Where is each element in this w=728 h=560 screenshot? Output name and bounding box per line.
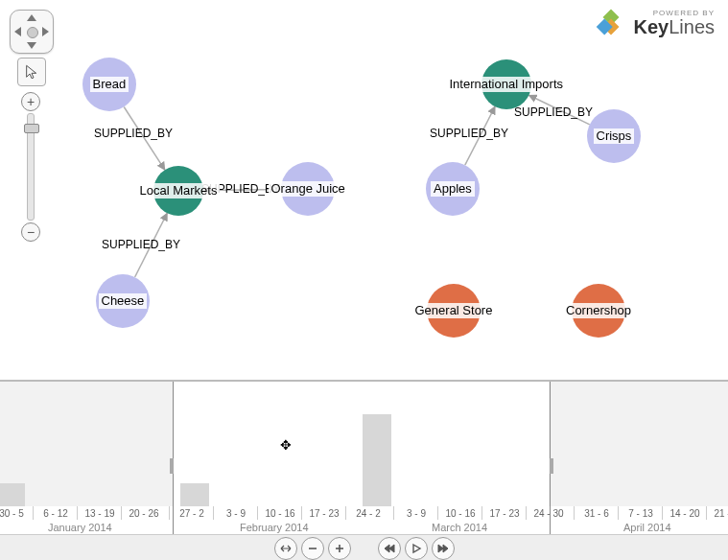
edge-label: SUPPLIED_BY bbox=[201, 182, 280, 196]
node-corner[interactable] bbox=[572, 284, 625, 338]
timeline-chart[interactable]: ✥ bbox=[0, 382, 728, 506]
pan-up-icon[interactable] bbox=[27, 14, 36, 21]
timeline-month-label: March 2014 bbox=[432, 522, 487, 533]
edge bbox=[528, 95, 589, 125]
node-cheese[interactable] bbox=[96, 274, 150, 328]
timeline-rewind-button[interactable] bbox=[378, 537, 401, 560]
edge bbox=[203, 189, 281, 190]
pan-center-icon[interactable] bbox=[27, 27, 38, 38]
keylines-mark-icon bbox=[595, 6, 627, 38]
timeline-forward-button[interactable] bbox=[432, 537, 455, 560]
keylines-name: KeyLines bbox=[633, 17, 715, 36]
timeline-tick: 30 - 5 bbox=[0, 506, 34, 520]
timeline-axis: 30 - 56 - 1213 - 1920 - 2627 - 23 - 910 … bbox=[0, 506, 728, 535]
keylines-logo: POWERED BY KeyLines bbox=[595, 6, 715, 38]
zoom-control: + − bbox=[21, 92, 40, 242]
pointer-tool-button[interactable] bbox=[17, 58, 46, 86]
node-bread[interactable] bbox=[82, 58, 136, 111]
pan-left-icon[interactable] bbox=[14, 27, 21, 36]
timeline-tick: 3 - 9 bbox=[393, 506, 438, 520]
edge bbox=[135, 213, 168, 277]
node-orange[interactable] bbox=[281, 162, 335, 216]
pan-right-icon[interactable] bbox=[42, 27, 49, 36]
timeline-zoom-in-button[interactable] bbox=[328, 537, 351, 560]
zoom-slider[interactable] bbox=[27, 113, 35, 221]
timeline-play-button[interactable] bbox=[405, 537, 428, 560]
pan-down-icon[interactable] bbox=[27, 42, 36, 49]
pan-control[interactable] bbox=[10, 10, 54, 54]
timeline-tick: 21 - 27 bbox=[706, 506, 728, 520]
edge-label: SUPPLIED_BY bbox=[514, 105, 593, 119]
timeline-tick: 20 - 26 bbox=[121, 506, 166, 520]
node-intl[interactable] bbox=[481, 59, 531, 109]
timeline-fit-button[interactable] bbox=[274, 537, 297, 560]
timeline-tick: 17 - 23 bbox=[481, 506, 527, 520]
timeline-zoom-out-button[interactable] bbox=[301, 537, 324, 560]
node-crisps[interactable] bbox=[587, 109, 641, 163]
timeline-grip-right[interactable] bbox=[550, 458, 553, 474]
edge bbox=[465, 106, 495, 165]
timeline-month-label: February 2014 bbox=[240, 522, 309, 533]
pointer-icon bbox=[24, 64, 39, 80]
edge-label: SUPPLIED_BY bbox=[94, 127, 173, 140]
timeline-tick: 10 - 16 bbox=[257, 506, 302, 520]
edge bbox=[124, 106, 165, 170]
timeline-tick: 17 - 23 bbox=[301, 506, 346, 520]
timeline-shade-right bbox=[549, 382, 728, 506]
timeline-controls bbox=[0, 534, 728, 560]
zoom-handle[interactable] bbox=[24, 124, 39, 133]
edge-label: SUPPLIED_BY bbox=[102, 238, 180, 251]
timeline-tick: 6 - 12 bbox=[33, 506, 78, 520]
timeline-shade-left bbox=[0, 382, 173, 506]
node-general[interactable] bbox=[427, 284, 481, 338]
timeline-tick: 10 - 16 bbox=[437, 506, 482, 520]
timeline-month-label: April 2014 bbox=[623, 522, 671, 533]
timeline-tick: 7 - 13 bbox=[618, 506, 663, 520]
node-local[interactable] bbox=[153, 166, 203, 216]
timeline-tick: 14 - 20 bbox=[662, 506, 707, 520]
zoom-in-button[interactable]: + bbox=[21, 92, 40, 111]
timeline-tick: 13 - 19 bbox=[77, 506, 122, 520]
timeline-tick: 27 - 2 bbox=[169, 506, 214, 520]
edge-label: SUPPLIED_BY bbox=[430, 127, 508, 140]
node-apples[interactable] bbox=[426, 162, 480, 216]
timeline-tick: 31 - 6 bbox=[574, 506, 619, 520]
timeline-tick: 24 - 2 bbox=[345, 506, 390, 520]
timeline-tick: 24 - 30 bbox=[526, 506, 571, 520]
timeline-month-label: January 2014 bbox=[48, 522, 112, 533]
zoom-out-button[interactable]: − bbox=[21, 222, 40, 242]
timeline[interactable]: ✥ 30 - 56 - 1213 - 1920 - 2627 - 23 - 91… bbox=[0, 380, 728, 560]
timeline-bar bbox=[0, 483, 25, 506]
graph-canvas[interactable]: SUPPLIED_BYSUPPLIED_BYSUPPLIED_BYSUPPLIE… bbox=[0, 0, 728, 380]
timeline-tick: 3 - 9 bbox=[213, 506, 258, 520]
timeline-grip-left[interactable] bbox=[170, 458, 174, 474]
